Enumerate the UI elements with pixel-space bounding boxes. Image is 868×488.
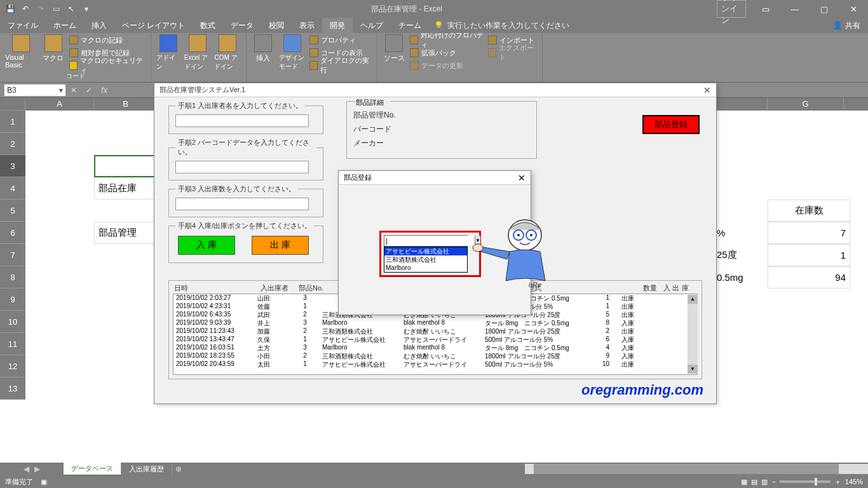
redo-icon[interactable]: ↷ bbox=[36, 4, 46, 14]
undo-icon[interactable]: ↶ bbox=[20, 4, 31, 14]
tab-data[interactable]: データ bbox=[223, 18, 261, 33]
stock-out-button[interactable]: 出 庫 bbox=[252, 236, 309, 255]
addins-button[interactable]: アドイン bbox=[156, 34, 180, 71]
import-icon bbox=[488, 36, 497, 44]
view-pagelayout-icon[interactable]: ▤ bbox=[751, 478, 757, 486]
view-normal-icon[interactable]: ▦ bbox=[741, 478, 747, 486]
source-button[interactable]: ソース bbox=[383, 34, 406, 63]
tab-nav-next-icon[interactable]: ▶ bbox=[34, 464, 40, 473]
tab-pagelayout[interactable]: ページ レイアウト bbox=[114, 18, 193, 33]
design-mode-button[interactable]: デザイン モード bbox=[279, 34, 306, 71]
enter-formula-icon[interactable]: ✓ bbox=[81, 86, 97, 95]
maximize-icon[interactable]: ▢ bbox=[810, 0, 839, 18]
ribbon-options-icon[interactable]: ▭ bbox=[751, 0, 780, 18]
zoom-slider[interactable] bbox=[780, 480, 831, 483]
tab-insert[interactable]: 挿入 bbox=[84, 18, 114, 33]
close-icon[interactable]: ✕ bbox=[703, 85, 711, 95]
share-button[interactable]: 👤共有 bbox=[825, 18, 868, 33]
list-row[interactable]: 2019/10/02 11:23:43加藤2三和酒類株式会社むぎ焼酎 いいちこ1… bbox=[173, 327, 697, 336]
list-row[interactable]: 2019/10/02 9:03:39井上3Marlboroblak mentho… bbox=[173, 319, 697, 327]
register-part-button[interactable]: 部品登録 bbox=[642, 115, 700, 134]
barcode-input[interactable] bbox=[175, 161, 309, 173]
listbox-scrollbar[interactable]: ▲ ▼ bbox=[688, 295, 698, 374]
cell-B7-label[interactable]: 部品管理 bbox=[94, 222, 158, 244]
chevron-down-icon[interactable]: ▼ bbox=[475, 236, 480, 246]
quantity-input[interactable] bbox=[175, 198, 309, 210]
close-icon[interactable]: ✕ bbox=[839, 0, 868, 18]
list-row[interactable]: 2019/10/02 18:23:55小田2三和酒類株式会社むぎ焼酎 いいちこ1… bbox=[173, 352, 697, 360]
list-row[interactable]: 2019/10/02 20:43:59太田1アサヒビール株式会社アサヒスーパード… bbox=[173, 360, 697, 369]
map-props-button[interactable]: 対応付けのプロパティ bbox=[410, 34, 484, 46]
macro-security-button[interactable]: マクロのセキュリティ bbox=[69, 60, 146, 71]
chevron-down-icon[interactable]: ▾ bbox=[59, 86, 63, 95]
qat-more-icon[interactable]: ▾ bbox=[81, 4, 92, 14]
properties-button[interactable]: プロパティ bbox=[309, 34, 372, 46]
cell-B3[interactable] bbox=[94, 155, 158, 177]
col-B[interactable]: B bbox=[94, 98, 158, 111]
dropdown-option[interactable]: アサヒビール株式会社 bbox=[384, 247, 467, 255]
maker-dropdown-list[interactable]: アサヒビール株式会社 三和酒類株式会社 Marlboro bbox=[384, 247, 468, 273]
excel-addins-button[interactable]: Excel アドイン bbox=[184, 34, 211, 71]
maker-combo-input[interactable] bbox=[384, 236, 475, 246]
new-sheet-button[interactable]: ⊕ bbox=[172, 464, 185, 473]
record-macro-button[interactable]: マクロの記録 bbox=[69, 34, 146, 46]
minimize-icon[interactable]: ― bbox=[780, 0, 810, 18]
close-icon[interactable]: ✕ bbox=[518, 173, 526, 183]
cell-F7[interactable]: 25度 bbox=[713, 244, 768, 266]
zoom-out-icon[interactable]: − bbox=[771, 478, 775, 485]
export-button[interactable]: エクスポート bbox=[488, 47, 537, 58]
view-pagebreak-icon[interactable]: ▥ bbox=[761, 478, 768, 486]
col-G[interactable]: G bbox=[768, 98, 844, 111]
list-row[interactable]: 2019/10/02 16:03:51土方3Marlboroblak menth… bbox=[173, 344, 697, 352]
list-row[interactable]: 2019/10/02 13:43:47久保1アサヒビール株式会社アサヒスーパード… bbox=[173, 336, 697, 344]
cell-G5[interactable]: 在庫数 bbox=[768, 200, 850, 222]
macro-status-icon[interactable]: ▣ bbox=[41, 478, 47, 486]
cell-F8[interactable]: 0.5mg bbox=[713, 266, 768, 288]
sheet-tab-history[interactable]: 入出庫履歴 bbox=[121, 463, 172, 475]
cancel-formula-icon[interactable]: ✕ bbox=[66, 86, 81, 95]
cell-G8[interactable]: 94 bbox=[768, 266, 850, 288]
horizontal-scrollbar[interactable] bbox=[525, 464, 868, 474]
scrollbar-thumb[interactable] bbox=[534, 464, 839, 474]
expansion-pack-button[interactable]: 拡張パック bbox=[410, 47, 484, 58]
signin-button[interactable]: サインイン bbox=[717, 0, 746, 18]
sheet-tab-database[interactable]: データベース bbox=[64, 463, 121, 476]
scroll-up-icon[interactable]: ▲ bbox=[688, 295, 698, 304]
touch-icon[interactable]: ▭ bbox=[51, 4, 61, 14]
dropdown-option[interactable]: 三和酒類株式会社 bbox=[384, 255, 467, 264]
tab-review[interactable]: 校閲 bbox=[261, 18, 292, 33]
insert-control-button[interactable]: 挿入 bbox=[252, 34, 275, 63]
fx-icon[interactable]: fx bbox=[97, 86, 112, 95]
tab-nav-prev-icon[interactable]: ◀ bbox=[24, 464, 29, 473]
dropdown-option[interactable]: Marlboro bbox=[384, 264, 467, 272]
cell-B5-label[interactable]: 部品在庫 bbox=[94, 177, 158, 200]
cell-G6[interactable]: 7 bbox=[768, 222, 850, 244]
zoom-level[interactable]: 145% bbox=[845, 478, 863, 485]
tab-developer[interactable]: 開発 bbox=[322, 18, 353, 33]
tab-help[interactable]: ヘルプ bbox=[353, 18, 391, 33]
tab-formulas[interactable]: 数式 bbox=[193, 18, 223, 33]
com-addins-button[interactable]: COM アドイン bbox=[214, 34, 241, 71]
save-icon[interactable]: 💾 bbox=[5, 4, 15, 14]
cursor-icon[interactable]: ↖ bbox=[66, 4, 76, 14]
tab-file[interactable]: ファイル bbox=[0, 18, 46, 33]
tab-home[interactable]: ホーム bbox=[46, 18, 84, 33]
scroll-down-icon[interactable]: ▼ bbox=[688, 365, 698, 374]
name-box[interactable]: B3▾ bbox=[4, 84, 66, 97]
maker-combobox[interactable]: ▼ bbox=[384, 235, 468, 247]
col-A[interactable]: A bbox=[25, 98, 94, 111]
macros-button[interactable]: マクロ bbox=[41, 34, 65, 63]
select-all-corner[interactable] bbox=[0, 98, 25, 111]
cell-G7[interactable]: 1 bbox=[768, 244, 850, 266]
stock-in-button[interactable]: 入 庫 bbox=[178, 236, 235, 255]
tab-view[interactable]: 表示 bbox=[292, 18, 322, 33]
cell-F6[interactable]: % bbox=[713, 222, 768, 244]
run-dialog-button[interactable]: ダイアログの実行 bbox=[309, 60, 372, 71]
tell-me[interactable]: 💡実行したい作業を入力してください bbox=[434, 18, 569, 33]
refresh-data-button[interactable]: データの更新 bbox=[410, 60, 484, 71]
tab-team[interactable]: チーム bbox=[391, 18, 429, 33]
row-headers[interactable]: 12345678910111213 bbox=[0, 111, 25, 400]
operator-name-input[interactable] bbox=[175, 114, 309, 127]
visual-basic-button[interactable]: Visual Basic bbox=[5, 34, 37, 69]
zoom-in-icon[interactable]: ＋ bbox=[834, 477, 841, 487]
